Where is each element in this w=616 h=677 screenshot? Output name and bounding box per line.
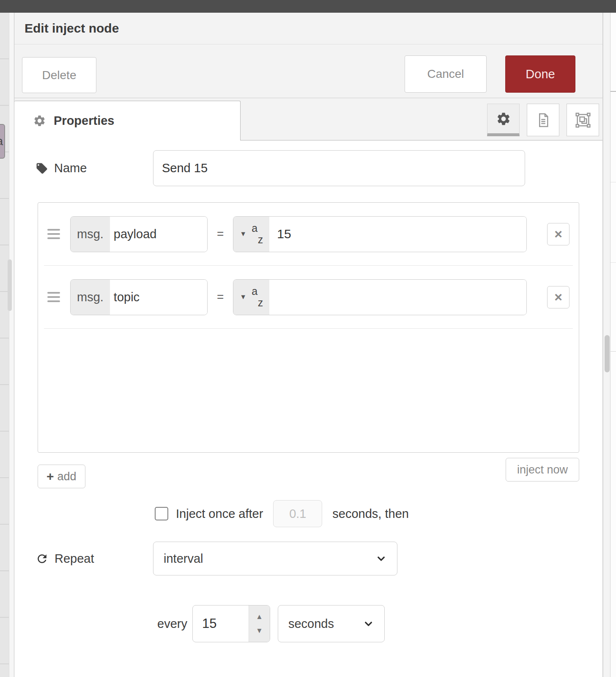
- repeat-select-value: interval: [164, 552, 203, 566]
- close-icon: ×: [554, 226, 562, 242]
- spinner-down-icon[interactable]: ▼: [256, 627, 263, 634]
- property-key-input[interactable]: msg. topic: [70, 279, 208, 315]
- drag-handle-icon[interactable]: [47, 229, 60, 239]
- plus-icon: +: [47, 469, 54, 484]
- name-row: Name: [36, 150, 602, 186]
- interval-value-input[interactable]: 15: [193, 605, 249, 642]
- msg-prefix: msg.: [71, 217, 110, 252]
- done-button[interactable]: Done: [505, 55, 575, 93]
- dialog-body: Name msg. payload = ▼ a z: [14, 140, 602, 642]
- property-key-value[interactable]: topic: [110, 280, 207, 315]
- message-properties-list: msg. payload = ▼ a z 15 ×: [38, 202, 579, 453]
- dialog-scrollbar-thumb[interactable]: [605, 335, 610, 372]
- interval-unit-value: seconds: [288, 617, 334, 631]
- inject-once-delay-input[interactable]: [273, 500, 322, 527]
- topic-value[interactable]: [269, 280, 526, 315]
- spinner-stepper[interactable]: ▲ ▼: [249, 605, 270, 642]
- dialog-button-bar: Delete Cancel Done: [14, 44, 602, 98]
- inject-once-label: Inject once after: [176, 507, 263, 521]
- property-row-payload: msg. payload = ▼ a z 15 ×: [38, 203, 579, 265]
- payload-value[interactable]: 15: [269, 217, 526, 252]
- equals-sign: =: [217, 290, 224, 304]
- divider: [611, 351, 616, 352]
- property-key-value[interactable]: payload: [110, 217, 207, 252]
- properties-tab-button[interactable]: [487, 104, 520, 136]
- description-tab-button[interactable]: [527, 104, 559, 136]
- workspace-right-edge: [611, 13, 616, 677]
- type-select-button[interactable]: ▼ a z: [233, 280, 269, 315]
- name-label: Name: [54, 161, 87, 175]
- msg-prefix: msg.: [71, 280, 110, 315]
- dialog-header: Edit inject node: [14, 13, 602, 44]
- dialog-title: Edit inject node: [25, 21, 119, 36]
- palette-gap: [9, 13, 14, 677]
- remove-row-button[interactable]: ×: [547, 223, 569, 245]
- add-property-button[interactable]: + add: [38, 465, 85, 488]
- divider: [611, 262, 616, 263]
- inject-once-row: Inject once after seconds, then: [14, 500, 602, 527]
- repeat-select[interactable]: interval: [153, 542, 397, 575]
- property-key-input[interactable]: msg. payload: [70, 216, 208, 252]
- repeat-label: Repeat: [55, 552, 94, 566]
- spinner-up-icon[interactable]: ▲: [256, 613, 263, 620]
- palette-node-partial: a: [0, 124, 5, 159]
- tag-icon: [36, 162, 48, 175]
- caret-down-icon: ▼: [240, 230, 246, 238]
- repeat-icon: [36, 552, 49, 565]
- delete-button[interactable]: Delete: [22, 57, 96, 93]
- add-button-label: add: [57, 470, 77, 483]
- palette-background: a: [0, 13, 9, 677]
- interval-unit-select[interactable]: seconds: [278, 605, 385, 642]
- every-label: every: [157, 617, 187, 631]
- interval-spinner: 15 ▲ ▼: [192, 605, 270, 642]
- divider: [611, 91, 616, 92]
- typed-value-input[interactable]: ▼ a z 15: [233, 216, 527, 252]
- property-row-topic: msg. topic = ▼ a z ×: [38, 266, 579, 328]
- equals-sign: =: [217, 227, 224, 241]
- close-icon: ×: [554, 289, 562, 305]
- palette-scrollbar-thumb[interactable]: [8, 259, 12, 311]
- type-select-button[interactable]: ▼ a z: [233, 217, 269, 252]
- palette-node-label: a: [0, 135, 3, 148]
- appearance-icon: [575, 112, 591, 129]
- appearance-tab-button[interactable]: [567, 104, 599, 136]
- remove-row-button[interactable]: ×: [547, 286, 569, 308]
- repeat-field-label: Repeat: [36, 552, 153, 566]
- list-actions-row: + add inject now: [38, 458, 579, 488]
- editor-tab-toolbar: [487, 104, 599, 136]
- edit-inject-node-dialog: Edit inject node Delete Cancel Done Prop…: [14, 13, 603, 677]
- app-header-bar: [0, 0, 616, 13]
- typed-value-input[interactable]: ▼ a z: [233, 279, 527, 315]
- drag-handle-icon[interactable]: [47, 292, 60, 302]
- list-empty-space: [38, 329, 579, 452]
- dialog-tab-bar: Properties: [14, 98, 602, 140]
- chevron-down-icon: [363, 618, 374, 630]
- tab-properties[interactable]: Properties: [14, 101, 241, 140]
- name-input[interactable]: [153, 150, 525, 186]
- description-icon: [535, 112, 551, 128]
- string-type-icon: a z: [252, 224, 263, 244]
- gear-icon: [496, 111, 511, 127]
- tab-properties-label: Properties: [54, 114, 114, 128]
- caret-down-icon: ▼: [240, 293, 246, 301]
- inject-once-checkbox[interactable]: [155, 507, 168, 520]
- repeat-row: Repeat interval: [14, 542, 602, 575]
- cancel-button[interactable]: Cancel: [405, 55, 487, 93]
- name-field-label: Name: [36, 161, 153, 175]
- divider: [611, 182, 616, 182]
- interval-row: every 15 ▲ ▼ seconds: [14, 605, 602, 642]
- dialog-scrollbar-track[interactable]: [603, 13, 611, 677]
- gear-icon: [33, 114, 46, 127]
- string-type-icon: a z: [252, 287, 263, 307]
- chevron-down-icon: [375, 553, 387, 564]
- inject-now-button[interactable]: inject now: [506, 458, 579, 482]
- inject-once-suffix-label: seconds, then: [332, 507, 409, 521]
